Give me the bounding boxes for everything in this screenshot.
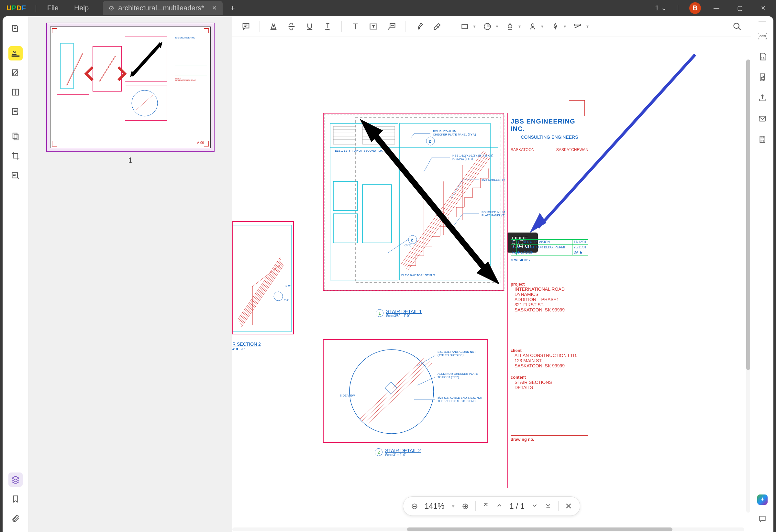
protect-icon[interactable] — [756, 71, 769, 84]
page-indicator[interactable]: 1 / 1 — [509, 502, 525, 511]
last-page-icon[interactable] — [545, 501, 552, 511]
svg-text:(TYP TO OUTSIDE): (TYP TO OUTSIDE) — [437, 353, 464, 357]
measure-line-annotation[interactable] — [354, 116, 503, 284]
divider: | — [35, 4, 37, 12]
vertical-scrollbar[interactable] — [746, 59, 750, 513]
horizontal-scrollbar[interactable] — [232, 527, 744, 531]
svg-rect-5 — [60, 43, 73, 89]
attachment-icon[interactable] — [8, 511, 23, 526]
app-logo: UPDF — [0, 4, 32, 12]
separator — [475, 501, 476, 511]
share-icon[interactable] — [756, 91, 769, 104]
svg-line-47 — [370, 129, 490, 275]
separator — [12, 124, 19, 124]
convert-icon[interactable] — [756, 50, 769, 63]
drawing-label: STAIR DETAIL 2 — [385, 448, 421, 453]
svg-rect-1 — [16, 89, 18, 95]
strikethrough-icon[interactable] — [284, 19, 299, 34]
comment-icon[interactable] — [239, 19, 253, 34]
zoom-in-icon[interactable]: ⊕ — [462, 501, 469, 511]
detail-bubble: 1 — [376, 309, 383, 317]
new-tab-button[interactable]: + — [230, 4, 235, 13]
svg-rect-4 — [12, 173, 17, 178]
comment-mode-icon[interactable] — [8, 46, 23, 60]
pencil-icon[interactable] — [412, 19, 426, 34]
chat-icon[interactable] — [756, 513, 769, 526]
document-tab[interactable]: ⊘ architectural...multileaders* ✕ — [103, 1, 222, 15]
eraser-icon[interactable] — [430, 19, 444, 34]
menu-help[interactable]: Help — [66, 4, 96, 12]
zoom-dropdown-icon[interactable]: ▼ — [451, 504, 455, 509]
scrollbar-thumb[interactable] — [746, 59, 750, 370]
thumbnail-panel: JBS ENGINEERING projectINTERNATIONAL ROA… — [28, 16, 232, 532]
rectangle-icon — [457, 19, 472, 34]
tab-title: architectural...multileaders* — [118, 4, 204, 12]
sticker-icon — [480, 19, 495, 34]
minimize-button[interactable]: — — [709, 2, 724, 14]
main-area: JBS ENGINEERING projectINTERNATIONAL ROA… — [3, 16, 773, 532]
measure-dropdown[interactable]: ▼ — [571, 19, 589, 34]
first-page-icon[interactable] — [482, 501, 489, 511]
crop-icon[interactable] — [8, 149, 23, 163]
signature-dropdown[interactable]: ▼ — [526, 19, 544, 34]
svg-point-50 — [350, 349, 434, 434]
sticker-dropdown[interactable]: ▼ — [480, 19, 499, 34]
reader-mode-icon[interactable] — [8, 21, 23, 36]
layers-icon[interactable] — [8, 473, 23, 487]
svg-text:OCR: OCR — [759, 35, 766, 38]
text-icon[interactable] — [348, 19, 362, 34]
scrollbar-thumb[interactable] — [407, 527, 672, 531]
tab-close-icon[interactable]: ✕ — [212, 5, 217, 12]
bookmark-icon[interactable] — [8, 492, 23, 506]
stamp-dropdown[interactable]: ▼ — [503, 19, 522, 34]
zoom-out-icon[interactable]: ⊖ — [411, 501, 418, 511]
textbox-icon[interactable] — [366, 19, 381, 34]
close-button[interactable]: ✕ — [755, 2, 771, 14]
drawing-scale: 4" = 1'-0" — [232, 347, 245, 351]
close-bar-icon[interactable]: ✕ — [565, 501, 572, 511]
separator — [12, 41, 19, 41]
organize-mode-icon[interactable] — [8, 85, 23, 99]
redact-icon[interactable] — [8, 168, 23, 183]
ai-assistant-icon[interactable] — [756, 493, 769, 506]
separator — [405, 21, 405, 32]
separator — [259, 21, 260, 32]
svg-text:3'-4": 3'-4" — [284, 299, 289, 302]
measure-icon — [571, 19, 585, 34]
email-icon[interactable] — [756, 112, 769, 125]
drawing-label: STAIR DETAIL 1 — [386, 308, 422, 314]
next-page-icon[interactable] — [531, 501, 538, 511]
signature-icon — [526, 19, 540, 34]
no-edit-icon: ⊘ — [109, 4, 114, 12]
zoom-value[interactable]: 141% — [425, 502, 444, 511]
edit-mode-icon[interactable] — [8, 66, 23, 80]
window-count[interactable]: 1 ⌄ — [655, 4, 666, 12]
separator — [341, 21, 342, 32]
pen-icon — [548, 19, 562, 34]
titlebar: UPDF | File Help ⊘ architectural...multi… — [0, 0, 776, 16]
highlight-icon[interactable] — [266, 19, 280, 34]
redact-dropdown[interactable]: ▼ — [548, 19, 567, 34]
stamp-icon — [503, 19, 517, 34]
page-thumbnail[interactable]: JBS ENGINEERING projectINTERNATIONAL ROA… — [46, 23, 215, 152]
callout-icon[interactable] — [384, 19, 399, 34]
shape-dropdown[interactable]: ▼ — [457, 19, 476, 34]
page-tools-icon[interactable] — [8, 129, 23, 144]
menu-file[interactable]: File — [39, 4, 66, 12]
svg-rect-11 — [462, 24, 467, 28]
prev-page-icon[interactable] — [496, 501, 503, 511]
drawing-scale: Scale3" = 1'-0" — [385, 453, 421, 457]
right-rail: OCR — [751, 16, 773, 532]
user-avatar[interactable]: B — [689, 2, 701, 14]
maximize-button[interactable]: ▢ — [732, 2, 748, 14]
document-canvas[interactable]: 3'-4" 1'-0" R SECTION 2 4" = 1'-0" — [232, 37, 751, 532]
save-icon[interactable] — [756, 133, 769, 146]
svg-text:8/24 S.S. CABLE END & S.S. NUT: 8/24 S.S. CABLE END & S.S. NUT — [437, 396, 483, 400]
form-mode-icon[interactable] — [8, 104, 23, 119]
squiggly-icon[interactable] — [321, 19, 335, 34]
underline-icon[interactable] — [303, 19, 317, 34]
search-icon[interactable] — [730, 19, 744, 34]
ocr-icon[interactable]: OCR — [756, 29, 769, 42]
separator — [451, 21, 451, 32]
divider: | — [677, 4, 679, 12]
